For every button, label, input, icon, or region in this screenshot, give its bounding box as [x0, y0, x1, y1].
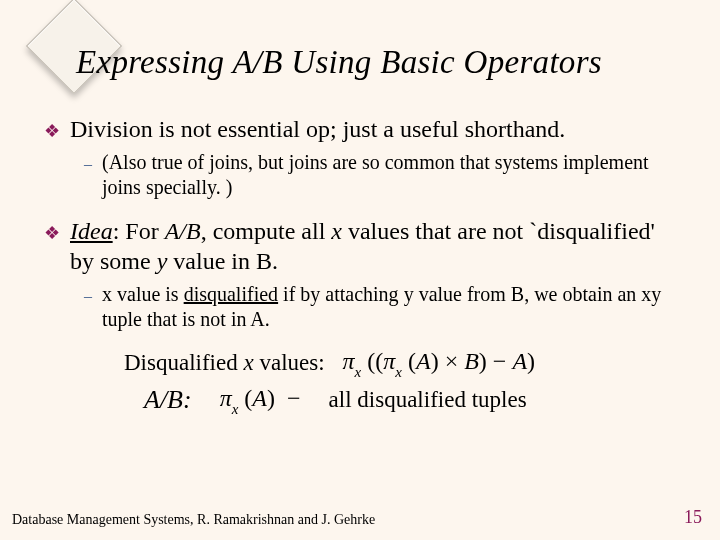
bullet-icon: ❖ [44, 222, 60, 245]
footer-citation: Database Management Systems, R. Ramakris… [12, 512, 375, 528]
ab-formula-lhs: πx (A) − [220, 385, 301, 416]
slide-body: ❖ Division is not essential op; just a u… [44, 114, 684, 416]
y: y [404, 283, 414, 305]
x: x [102, 283, 112, 305]
bullet-1a-text: (Also true of joins, but joins are so co… [102, 150, 684, 200]
t: value in B. [167, 248, 278, 274]
bullet-2-text: Idea: For A/B, compute all x values that… [70, 216, 684, 276]
t: value is [112, 283, 184, 305]
dash-icon: – [84, 286, 92, 306]
t: value from [414, 283, 511, 305]
disqualified-row: Disqualified x values: πx ((πx (A) × B) … [124, 348, 684, 379]
t: tuple that is not in [102, 308, 250, 330]
dash-icon: – [84, 154, 92, 174]
ab: A/B [165, 218, 201, 244]
A: A [250, 308, 264, 330]
bullet-2a: – x value is disqualified if by attachin… [84, 282, 684, 332]
slide: Expressing A/B Using Basic Operators ❖ D… [0, 0, 720, 540]
bullet-2: ❖ Idea: For A/B, compute all x values th… [44, 216, 684, 276]
disqualified-label: Disqualified x values: [124, 350, 325, 376]
ab-rhs: all disqualified tuples [329, 387, 527, 413]
bullet-1-text: Division is not essential op; just a use… [70, 114, 565, 144]
slide-title: Expressing A/B Using Basic Operators [76, 44, 602, 81]
page-number: 15 [684, 507, 702, 528]
ab-label: A/B: [144, 385, 192, 415]
t: : For [113, 218, 165, 244]
disqualified-formula: πx ((πx (A) × B) − A) [343, 348, 535, 379]
bullet-icon: ❖ [44, 120, 60, 143]
ab-row: A/B: πx (A) − all disqualified tuples [144, 385, 684, 416]
disqualified: disqualified [184, 283, 278, 305]
B: B [511, 283, 524, 305]
bullet-1: ❖ Division is not essential op; just a u… [44, 114, 684, 144]
t: , compute all [201, 218, 332, 244]
bullet-1a: – (Also true of joins, but joins are so … [84, 150, 684, 200]
t: . [265, 308, 270, 330]
xy: xy [641, 283, 661, 305]
idea-word: Idea [70, 218, 113, 244]
y: y [157, 248, 168, 274]
t: if by attaching [278, 283, 404, 305]
bullet-2a-text: x value is disqualified if by attaching … [102, 282, 684, 332]
x: x [331, 218, 342, 244]
t: , we obtain an [524, 283, 641, 305]
